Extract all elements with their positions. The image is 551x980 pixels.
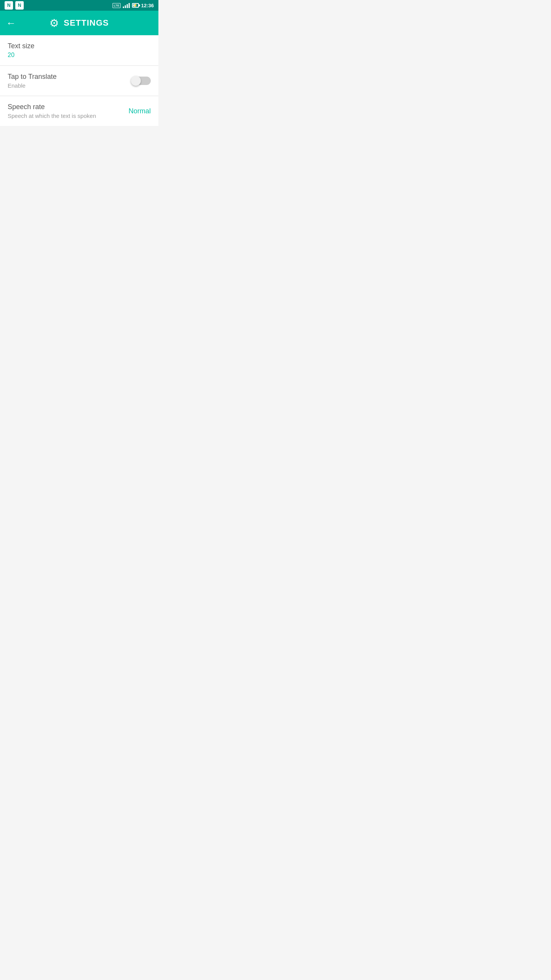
signal-bar-1 [123, 7, 124, 8]
toggle-thumb [131, 76, 141, 86]
toolbar-title: SETTINGS [64, 18, 109, 28]
tap-to-translate-toggle[interactable] [131, 75, 151, 86]
tap-to-translate-setting[interactable]: Tap to Translate Enable [0, 66, 158, 96]
speech-rate-title: Speech rate [8, 103, 129, 111]
text-size-setting[interactable]: Text size 20 [0, 35, 158, 66]
text-size-title: Text size [8, 42, 151, 50]
gear-icon: ⚙ [49, 17, 59, 29]
speech-rate-value: Normal [129, 107, 151, 115]
status-bar-right: LTE ⚡ 12:36 [112, 3, 154, 8]
settings-list: Text size 20 Tap to Translate Enable Spe… [0, 35, 158, 126]
bottom-area [0, 126, 158, 356]
lte-icon: LTE [112, 3, 121, 8]
text-size-value: 20 [8, 52, 151, 59]
battery-bolt: ⚡ [133, 3, 137, 7]
signal-bar-4 [129, 3, 130, 8]
status-bar-left: N N [5, 1, 24, 10]
status-bar: N N LTE ⚡ 12:36 [0, 0, 158, 11]
tap-to-translate-subtitle: Enable [8, 82, 131, 89]
speech-rate-text: Speech rate Speech at which the text is … [8, 103, 129, 119]
signal-bar-2 [125, 5, 126, 8]
tap-to-translate-title: Tap to Translate [8, 73, 131, 81]
toolbar: ← ⚙ SETTINGS [0, 11, 158, 35]
speech-rate-subtitle: Speech at which the text is spoken [8, 113, 129, 119]
speech-rate-setting[interactable]: Speech rate Speech at which the text is … [0, 96, 158, 126]
status-time: 12:36 [141, 3, 154, 8]
back-button[interactable]: ← [6, 17, 16, 29]
app-icon-1: N [5, 1, 13, 10]
tap-to-translate-text: Tap to Translate Enable [8, 73, 131, 89]
toolbar-title-area: ⚙ SETTINGS [24, 17, 135, 29]
app-icon-2: N [15, 1, 24, 10]
battery-icon: ⚡ [132, 3, 139, 8]
signal-bar-3 [127, 4, 128, 8]
text-size-text: Text size 20 [8, 42, 151, 59]
back-icon: ← [6, 17, 16, 29]
signal-icon [123, 3, 130, 8]
